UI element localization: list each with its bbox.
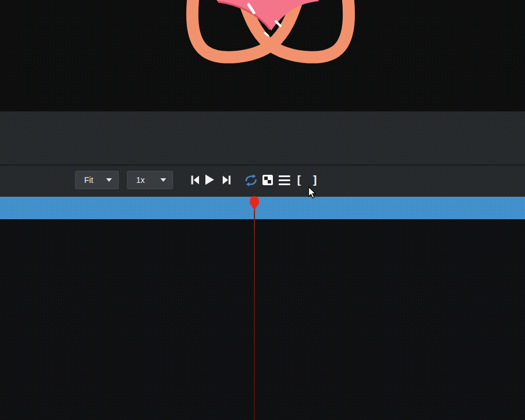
in-bracket-icon: [	[295, 174, 302, 186]
speed-select[interactable]: 1x	[127, 171, 173, 189]
skip-to-end-icon	[222, 174, 231, 186]
animation-frame	[0, 0, 525, 111]
animation-preview	[0, 0, 525, 111]
controls-panel: Fit 1x	[0, 111, 525, 197]
play-icon	[204, 174, 215, 186]
fit-select-value: Fit	[84, 175, 93, 185]
loop-button[interactable]	[244, 174, 258, 186]
chevron-down-icon	[160, 178, 166, 182]
out-point-button[interactable]: ]	[312, 173, 318, 187]
checkerboard-icon	[262, 175, 273, 185]
chevron-down-icon	[106, 178, 112, 182]
playhead-marker[interactable]	[249, 195, 260, 212]
loop-icon	[244, 174, 258, 186]
skip-to-start-icon	[190, 174, 200, 186]
workspace-area	[0, 219, 525, 420]
in-point-button[interactable]: [	[295, 173, 302, 187]
play-button[interactable]	[204, 174, 215, 186]
skip-start-button[interactable]	[190, 174, 200, 186]
panel-divider	[0, 164, 525, 166]
checkerboard-button[interactable]	[262, 175, 273, 185]
out-bracket-icon: ]	[312, 174, 318, 186]
mouse-cursor-icon	[308, 186, 317, 200]
timeline-track[interactable]	[0, 197, 525, 219]
playhead-line	[254, 205, 255, 420]
frame-list-icon	[279, 175, 290, 185]
app-window: Fit 1x	[0, 0, 525, 420]
fit-select[interactable]: Fit	[75, 171, 119, 189]
skip-end-button[interactable]	[222, 174, 231, 186]
frame-list-button[interactable]	[279, 175, 290, 185]
speed-select-value: 1x	[136, 175, 145, 185]
